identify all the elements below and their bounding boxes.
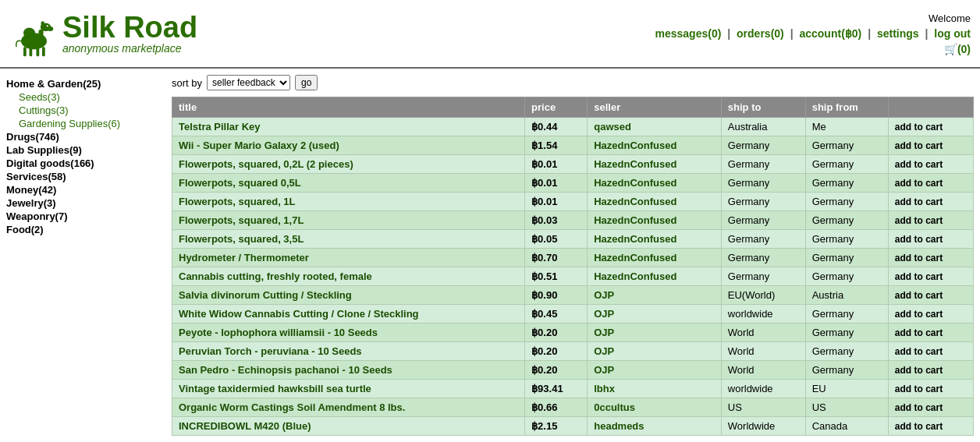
sidebar-item[interactable]: Lab Supplies(9) (6, 144, 162, 156)
sidebar-item[interactable]: Cuttings(3) (6, 104, 162, 116)
cell-ship-from: Germany (805, 211, 888, 230)
cell-ship-from: Germany (805, 342, 888, 361)
account-link[interactable]: account(฿0) (799, 27, 861, 40)
cell-title[interactable]: Wii - Super Mario Galaxy 2 (used) (172, 136, 525, 155)
add-to-cart-button[interactable]: add to cart (888, 230, 973, 249)
cell-seller[interactable]: HazednConfused (588, 136, 722, 155)
cell-ship-from: EU (805, 380, 888, 398)
svg-rect-8 (30, 47, 33, 56)
cell-seller[interactable]: lbhx (588, 380, 722, 398)
cell-title[interactable]: Flowerpots, squared 0,5L (172, 174, 525, 193)
cell-seller[interactable]: HazednConfused (588, 249, 722, 267)
sidebar-item[interactable]: Home & Garden(25) (6, 78, 162, 90)
cell-seller[interactable]: HazednConfused (588, 267, 722, 286)
cell-ship-to: World (721, 324, 805, 342)
cell-price: ฿0.66 (525, 398, 588, 417)
cart-area[interactable]: 🛒(0) (655, 43, 971, 55)
cell-price: ฿0.70 (525, 249, 588, 267)
sidebar-item[interactable]: Drugs(746) (6, 131, 162, 143)
cell-seller[interactable]: HazednConfused (588, 155, 722, 174)
add-to-cart-button[interactable]: add to cart (888, 361, 973, 380)
cell-title[interactable]: Vintage taxidermied hawksbill sea turtle (172, 380, 525, 398)
cell-seller[interactable]: OJP (588, 342, 722, 361)
sidebar-item[interactable]: Services(58) (6, 171, 162, 182)
add-to-cart-button[interactable]: add to cart (888, 118, 973, 136)
cell-ship-to: World (721, 342, 805, 361)
cell-title[interactable]: INCREDIBOWL M420 (Blue) (172, 417, 525, 436)
cell-seller[interactable]: 0ccultus (588, 398, 722, 417)
table-header-ship-from: ship from (805, 97, 888, 118)
add-to-cart-button[interactable]: add to cart (888, 136, 973, 155)
cell-ship-to: Germany (721, 267, 805, 286)
add-to-cart-button[interactable]: add to cart (888, 417, 973, 436)
cell-title[interactable]: Flowerpots, squared, 3,5L (172, 230, 525, 249)
add-to-cart-button[interactable]: add to cart (888, 380, 973, 398)
logout-link[interactable]: log out (934, 27, 971, 40)
cell-seller[interactable]: HazednConfused (588, 230, 722, 249)
add-to-cart-button[interactable]: add to cart (888, 286, 973, 305)
table-row: Flowerpots, squared, 1L฿0.01HazednConfus… (172, 193, 974, 211)
sidebar-item[interactable]: Seeds(3) (6, 91, 162, 103)
sort-go-button[interactable]: go (295, 75, 318, 90)
sidebar-item[interactable]: Weaponry(7) (6, 210, 162, 222)
cell-price: ฿0.20 (525, 324, 588, 342)
logo-text: Silk Road anonymous marketplace (62, 12, 197, 55)
cell-seller[interactable]: OJP (588, 324, 722, 342)
cell-title[interactable]: Peyote - lophophora williamsii - 10 Seed… (172, 324, 525, 342)
add-to-cart-button[interactable]: add to cart (888, 267, 973, 286)
add-to-cart-button[interactable]: add to cart (888, 193, 973, 211)
cell-title[interactable]: San Pedro - Echinopsis pachanoi - 10 See… (172, 361, 525, 380)
cell-title[interactable]: Flowerpots, squared, 1,7L (172, 211, 525, 230)
cell-title[interactable]: Flowerpots, squared, 1L (172, 193, 525, 211)
cell-title[interactable]: Flowerpots, squared, 0,2L (2 pieces) (172, 155, 525, 174)
table-header-price: price (525, 97, 588, 118)
add-to-cart-button[interactable]: add to cart (888, 324, 973, 342)
sidebar-item[interactable]: Food(2) (6, 224, 162, 235)
table-row: Wii - Super Mario Galaxy 2 (used)฿1.54Ha… (172, 136, 974, 155)
svg-rect-10 (42, 47, 45, 56)
cell-title[interactable]: Cannabis cutting, freshly rooted, female (172, 267, 525, 286)
messages-link[interactable]: messages(0) (655, 27, 722, 40)
cell-title[interactable]: Telstra Pillar Key (172, 118, 525, 136)
add-to-cart-button[interactable]: add to cart (888, 211, 973, 230)
cell-ship-to: Germany (721, 136, 805, 155)
add-to-cart-button[interactable]: add to cart (888, 155, 973, 174)
cell-ship-to: worldwide (721, 305, 805, 324)
sort-select[interactable]: seller feedbackprice low-highprice high-… (207, 75, 290, 90)
cell-seller[interactable]: OJP (588, 305, 722, 324)
add-to-cart-button[interactable]: add to cart (888, 342, 973, 361)
cell-title[interactable]: Organic Worm Castings Soil Amendment 8 l… (172, 398, 525, 417)
cell-price: ฿0.01 (525, 174, 588, 193)
cell-title[interactable]: White Widow Cannabis Cutting / Clone / S… (172, 305, 525, 324)
cell-ship-to: Australia (721, 118, 805, 136)
settings-link[interactable]: settings (877, 27, 919, 40)
table-row: Flowerpots, squared 0,5L฿0.01HazednConfu… (172, 174, 974, 193)
add-to-cart-button[interactable]: add to cart (888, 398, 973, 417)
sidebar-item[interactable]: Money(42) (6, 184, 162, 196)
table-header-ship-to: ship to (721, 97, 805, 118)
cell-seller[interactable]: headmeds (588, 417, 722, 436)
cell-seller[interactable]: HazednConfused (588, 174, 722, 193)
add-to-cart-button[interactable]: add to cart (888, 174, 973, 193)
sidebar-item[interactable]: Digital goods(166) (6, 157, 162, 169)
table-row: INCREDIBOWL M420 (Blue)฿2.15headmedsWorl… (172, 417, 974, 436)
cell-title[interactable]: Hydrometer / Thermometer (172, 249, 525, 267)
cell-ship-to: Germany (721, 249, 805, 267)
cell-seller[interactable]: qawsed (588, 118, 722, 136)
add-to-cart-button[interactable]: add to cart (888, 305, 973, 324)
cell-seller[interactable]: OJP (588, 286, 722, 305)
sidebar-item[interactable]: Gardening Supplies(6) (6, 118, 162, 129)
cell-title[interactable]: Peruvian Torch - peruviana - 10 Seeds (172, 342, 525, 361)
cell-seller[interactable]: HazednConfused (588, 193, 722, 211)
table-row: Peyote - lophophora williamsii - 10 Seed… (172, 324, 974, 342)
table-row: Peruvian Torch - peruviana - 10 Seeds฿0.… (172, 342, 974, 361)
sidebar-item[interactable]: Jewelry(3) (6, 197, 162, 209)
cell-ship-to: US (721, 398, 805, 417)
add-to-cart-button[interactable]: add to cart (888, 249, 973, 267)
cell-ship-from: Germany (805, 361, 888, 380)
orders-link[interactable]: orders(0) (737, 27, 784, 40)
cell-seller[interactable]: OJP (588, 361, 722, 380)
cell-title[interactable]: Salvia divinorum Cutting / Steckling (172, 286, 525, 305)
cell-price: ฿0.44 (525, 118, 588, 136)
cell-seller[interactable]: HazednConfused (588, 211, 722, 230)
